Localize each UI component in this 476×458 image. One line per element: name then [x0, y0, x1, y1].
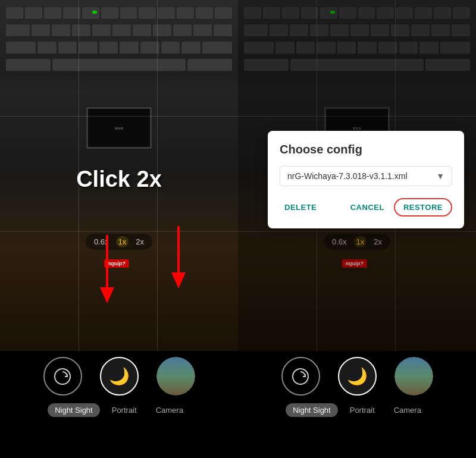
laptop-body: ■■■ nquip? — [0, 95, 238, 351]
laptop-screen: ■■■ — [86, 107, 152, 149]
left-panel: ■■■ nquip? Click 2x — [0, 0, 238, 458]
dialog-actions: DELETE CANCEL RESTORE — [280, 198, 452, 217]
right-mode-labels: Night Sight Portrait Camera — [286, 403, 428, 417]
dialog-right-buttons: CANCEL RESTORE — [346, 198, 452, 217]
zoom-2x-left[interactable]: 2x — [133, 236, 146, 247]
dialog-title: Choose config — [280, 143, 452, 156]
right-label-night-sight[interactable]: Night Sight — [286, 403, 338, 417]
restore-button[interactable]: RESTORE — [394, 198, 452, 217]
dialog-config-value: nrG-Wichaya-7.3.018-v3.1.1.xml — [287, 171, 431, 181]
right-night-sight-icon[interactable]: 🌙 — [338, 357, 377, 396]
cancel-button[interactable]: CANCEL — [346, 199, 389, 215]
left-label-night-sight[interactable]: Night Sight — [48, 403, 100, 417]
right-mode-icons: 🌙 — [281, 357, 433, 396]
svg-point-5 — [293, 369, 308, 384]
right-camera-bg: ■■■ nquip? Choose config nrG-Wichaya-7.3… — [238, 0, 476, 351]
svg-marker-3 — [171, 272, 186, 288]
right-moon-symbol: 🌙 — [347, 366, 368, 386]
right-landscape-thumb — [394, 357, 433, 396]
dialog-overlay: Choose config nrG-Wichaya-7.3.018-v3.1.1… — [238, 0, 476, 351]
led-indicator — [92, 11, 97, 14]
keyboard-area — [0, 6, 238, 101]
left-camera-controls: 🌙 Night Sight Portrait Camera — [0, 351, 238, 458]
svg-point-4 — [55, 369, 70, 384]
left-mode-labels: Night Sight Portrait Camera — [48, 403, 190, 417]
svg-marker-1 — [100, 287, 114, 303]
right-timer-icon[interactable] — [281, 357, 320, 396]
dialog-config-select[interactable]: nrG-Wichaya-7.3.018-v3.1.1.xml ▼ — [280, 166, 452, 186]
dropdown-arrow-icon: ▼ — [436, 171, 444, 181]
left-timer-icon[interactable] — [43, 357, 82, 396]
right-panel: ■■■ nquip? Choose config nrG-Wichaya-7.3… — [238, 0, 476, 458]
right-camera-view: ■■■ nquip? Choose config nrG-Wichaya-7.3… — [238, 0, 476, 351]
left-landscape-icon[interactable] — [156, 357, 195, 396]
left-label-camera[interactable]: Camera — [149, 403, 190, 417]
right-camera-controls: 🌙 Night Sight Portrait Camera — [238, 351, 476, 458]
click-2x-label: Click 2x — [76, 167, 162, 192]
left-moon-symbol: 🌙 — [109, 366, 130, 386]
delete-button[interactable]: DELETE — [280, 199, 321, 215]
left-landscape-thumb — [156, 357, 195, 396]
arrow-1 — [95, 235, 119, 309]
left-mode-icons: 🌙 — [43, 357, 195, 396]
left-camera-bg: ■■■ nquip? Click 2x — [0, 0, 238, 351]
right-label-camera[interactable]: Camera — [387, 403, 428, 417]
right-label-portrait[interactable]: Portrait — [343, 403, 382, 417]
left-night-sight-icon[interactable]: 🌙 — [100, 357, 139, 396]
right-landscape-icon[interactable] — [394, 357, 433, 396]
left-camera-view: ■■■ nquip? Click 2x — [0, 0, 238, 351]
left-label-portrait[interactable]: Portrait — [105, 403, 144, 417]
choose-config-dialog: Choose config nrG-Wichaya-7.3.018-v3.1.1… — [268, 131, 464, 228]
laptop-screen-text: ■■■ — [115, 126, 124, 131]
arrow-2 — [167, 226, 190, 294]
